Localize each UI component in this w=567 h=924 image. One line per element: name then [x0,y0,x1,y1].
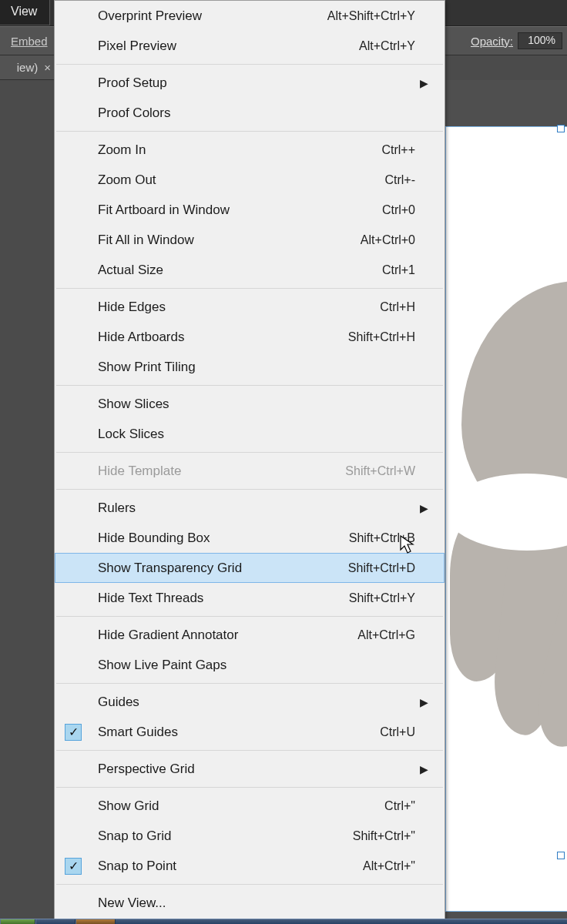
submenu-arrow-icon: ▶ [417,77,431,89]
document-tab-text: iew) [17,61,39,74]
menu-item[interactable]: Show GridCtrl+" [55,791,445,821]
menu-view-button[interactable]: View [0,0,50,25]
menu-item[interactable]: Pixel PreviewAlt+Ctrl+Y [55,31,445,61]
menu-item-label: Perspective Grid [92,762,415,777]
menu-item[interactable]: Hide Gradient AnnotatorAlt+Ctrl+G [55,620,445,650]
menu-item-label: Actual Size [92,263,382,278]
menu-item[interactable]: Fit All in WindowAlt+Ctrl+0 [55,225,445,255]
menu-item-shortcut: Ctrl+U [380,725,417,739]
menu-item-shortcut: Shift+Ctrl+H [348,330,417,344]
menu-separator [56,884,443,885]
menu-item-shortcut: Alt+Shift+Ctrl+Y [327,9,417,23]
menu-separator [56,616,443,617]
menu-item-label: Hide Template [92,464,345,479]
menu-item[interactable]: Hide Bounding BoxShift+Ctrl+B [55,523,445,553]
submenu-arrow-icon: ▶ [417,502,431,514]
menu-item[interactable]: Rulers▶ [55,493,445,523]
check-icon: ✓ [65,858,82,875]
menu-item-label: Snap to Point [92,859,363,874]
menu-item-shortcut: Ctrl+0 [382,203,417,217]
menu-item-label: Hide Artboards [92,330,348,345]
selection-handle[interactable] [557,852,565,859]
menu-item-label: Show Live Paint Gaps [92,658,415,673]
menu-separator [56,787,443,788]
menu-item[interactable]: Perspective Grid▶ [55,754,445,784]
submenu-arrow-icon: ▶ [417,696,431,708]
view-menu[interactable]: Overprint PreviewAlt+Shift+Ctrl+YPixel P… [54,0,445,924]
menu-item-shortcut: Alt+Ctrl+G [357,628,417,642]
menu-item-label: Guides [92,695,415,710]
submenu-arrow-icon: ▶ [417,763,431,775]
menu-item[interactable]: Lock Slices [55,419,445,449]
menu-item[interactable]: Actual SizeCtrl+1 [55,255,445,285]
menu-item-shortcut: Ctrl+H [380,300,417,314]
menu-item-label: Fit Artboard in Window [92,203,382,218]
menu-item-label: Pixel Preview [92,38,359,54]
menu-item-shortcut: Ctrl+1 [382,263,417,277]
menu-item[interactable]: Show Transparency GridShift+Ctrl+D [55,553,445,583]
menu-item-shortcut: Shift+Ctrl+Y [349,591,417,605]
menu-item[interactable]: Overprint PreviewAlt+Shift+Ctrl+Y [55,1,445,31]
menu-item[interactable]: Zoom OutCtrl+- [55,165,445,195]
menu-separator [56,452,443,453]
menu-item[interactable]: Proof Setup▶ [55,68,445,98]
menu-item-label: New View... [92,896,415,911]
menu-item-shortcut: Alt+Ctrl+" [363,859,417,873]
menu-item[interactable]: Show Live Paint Gaps [55,650,445,680]
selection-handle[interactable] [557,125,565,132]
menu-separator [56,683,443,684]
menu-item-label: Snap to Grid [92,829,353,844]
menu-item-shortcut: Alt+Ctrl+0 [361,233,417,247]
document-tab[interactable]: iew) × [0,55,54,80]
menu-item[interactable]: ✓Smart GuidesCtrl+U [55,717,445,747]
menu-item-shortcut: Ctrl+- [384,173,417,187]
menu-item[interactable]: Show Slices [55,389,445,419]
menu-item[interactable]: Zoom InCtrl++ [55,135,445,165]
artboard[interactable] [445,126,567,912]
menu-item[interactable]: Snap to GridShift+Ctrl+" [55,821,445,851]
menu-item[interactable]: Proof Colors [55,98,445,128]
menu-item-shortcut: Shift+Ctrl+B [349,531,417,545]
menu-item-label: Hide Bounding Box [92,531,349,546]
menu-item-label: Show Grid [92,798,384,814]
menu-item-label: Smart Guides [92,725,380,740]
menu-item[interactable]: New View... [55,888,445,918]
menu-item-label: Hide Text Threads [92,591,349,606]
opacity-input[interactable]: 100% [518,32,562,49]
menu-item-label: Lock Slices [92,427,415,442]
menu-item-label: Overprint Preview [92,8,327,24]
menu-item-label: Proof Setup [92,75,415,91]
menu-item-shortcut: Ctrl++ [381,143,417,157]
menu-item-shortcut: Alt+Ctrl+Y [359,39,417,53]
menu-separator [56,64,443,65]
menu-item-shortcut: Ctrl+" [384,799,417,813]
menu-item[interactable]: Fit Artboard in WindowCtrl+0 [55,195,445,225]
menu-item[interactable]: Hide EdgesCtrl+H [55,292,445,322]
menu-item-label: Hide Gradient Annotator [92,628,357,643]
menu-item-label: Hide Edges [92,300,380,315]
menu-separator [56,489,443,490]
menu-item[interactable]: Guides▶ [55,687,445,717]
menu-item-shortcut: Shift+Ctrl+W [345,464,417,478]
menu-item[interactable]: Show Print Tiling [55,352,445,382]
menu-item-checkcol: ✓ [55,858,92,875]
embed-link[interactable]: Embed [11,35,48,48]
menu-separator [56,750,443,751]
menu-item-label: Fit All in Window [92,233,361,248]
menu-item[interactable]: ✓Snap to PointAlt+Ctrl+" [55,851,445,881]
menu-item[interactable]: Hide ArtboardsShift+Ctrl+H [55,322,445,352]
menu-item-label: Show Transparency Grid [92,561,348,576]
menu-item-label: Proof Colors [92,105,415,121]
menu-item-label: Zoom Out [92,172,384,188]
menu-separator [56,288,443,289]
menu-item-checkcol: ✓ [55,724,92,741]
menu-item-label: Zoom In [92,142,381,158]
menu-item-label: Show Slices [92,397,415,412]
close-icon[interactable]: × [44,61,51,74]
menu-separator [56,385,443,386]
menu-item-shortcut: Shift+Ctrl+" [353,829,417,843]
taskbar [0,919,567,924]
menu-item: Hide TemplateShift+Ctrl+W [55,456,445,486]
check-icon: ✓ [65,724,82,741]
menu-item[interactable]: Hide Text ThreadsShift+Ctrl+Y [55,583,445,613]
